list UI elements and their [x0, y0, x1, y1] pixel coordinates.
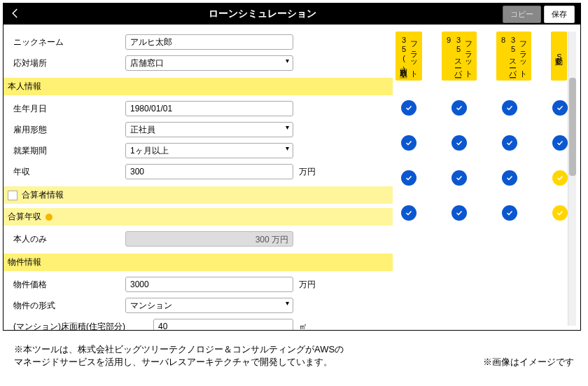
tenure-label: 就業期間	[13, 145, 125, 157]
plan-tab-1[interactable]: フラット35スーパー9	[442, 32, 477, 81]
emp-select[interactable]: 正社員	[125, 122, 293, 137]
status-check-icon	[502, 135, 517, 151]
status-check-icon	[552, 170, 568, 186]
status-check-icon	[552, 135, 568, 151]
type-select[interactable]: マンション	[125, 298, 293, 313]
status-check-icon	[502, 170, 517, 186]
status-check-icon	[401, 135, 416, 151]
joint-checkbox[interactable]	[8, 191, 18, 200]
warning-dot-icon	[46, 214, 52, 221]
status-check-icon	[451, 205, 467, 221]
income-input[interactable]	[125, 164, 293, 179]
area-input[interactable]	[153, 319, 293, 330]
status-check-icon	[552, 100, 568, 116]
price-unit: 万円	[299, 279, 316, 291]
status-check-icon	[451, 170, 467, 186]
area-label: (マンション)床面積(住宅部分)	[13, 321, 153, 331]
self-only-readonly: 300 万円	[125, 231, 293, 247]
status-check-icon	[502, 100, 517, 116]
plan-tab-2[interactable]: フラット35スーパー8	[496, 32, 531, 81]
self-only-label: 本人のみ	[13, 233, 125, 245]
scrollbar[interactable]	[568, 32, 576, 326]
page-title: ローンシミュレーション	[24, 8, 500, 20]
status-check-icon	[451, 135, 467, 151]
price-input[interactable]	[125, 277, 293, 292]
section-joint-income: 合算年収	[4, 208, 393, 226]
status-check-icon	[401, 205, 416, 221]
plan-tab-3[interactable]: 変動S	[551, 32, 567, 81]
nickname-input[interactable]	[125, 34, 293, 50]
caption-line-1: ※本ツールは、株式会社ビッグツリーテクノロジー＆コンサルティングがAWSの	[14, 343, 574, 356]
status-check-icon	[502, 205, 517, 221]
emp-label: 雇用形態	[13, 124, 125, 136]
plan-tab-0[interactable]: フラット35(買取型)	[396, 32, 422, 81]
section-personal: 本人情報	[4, 78, 393, 95]
income-label: 年収	[13, 166, 125, 178]
status-check-icon	[401, 100, 416, 116]
dob-label: 生年月日	[13, 103, 125, 115]
copy-button[interactable]: コピー	[503, 6, 541, 23]
back-icon[interactable]	[9, 7, 24, 22]
area-unit: ㎡	[299, 321, 307, 331]
income-unit: 万円	[299, 166, 316, 178]
status-check-icon	[451, 100, 467, 116]
type-label: 物件の形式	[13, 300, 125, 312]
nickname-label: ニックネーム	[13, 36, 125, 48]
place-select[interactable]: 店舗窓口	[125, 55, 293, 71]
tenure-select[interactable]: 1ヶ月以上	[125, 143, 293, 158]
section-property: 物件情報	[4, 254, 393, 271]
scrollbar-thumb[interactable]	[569, 78, 576, 176]
status-check-icon	[552, 205, 568, 221]
price-label: 物件価格	[13, 279, 125, 291]
section-joint: 合算者情報	[4, 186, 393, 204]
place-label: 応対場所	[13, 57, 125, 69]
status-check-icon	[401, 170, 416, 186]
save-button[interactable]: 保存	[544, 6, 575, 23]
dob-input[interactable]	[125, 101, 293, 116]
